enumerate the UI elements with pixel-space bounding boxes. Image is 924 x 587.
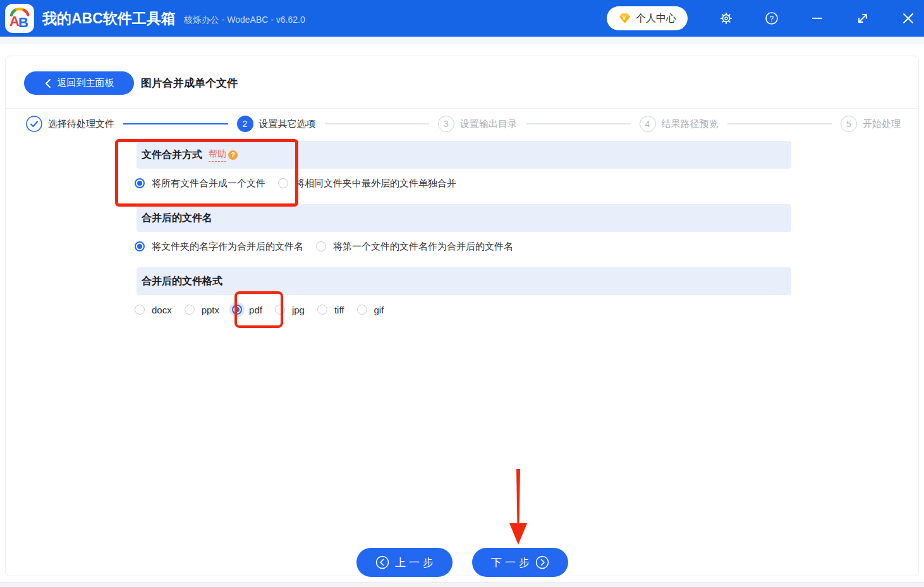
step-number-badge: 4 <box>640 116 656 132</box>
app-subtitle: 核烁办公 - WodeABC - v6.62.0 <box>184 15 305 26</box>
radio-merge-per-folder[interactable]: 将相同文件夹中最外层的文件单独合并 <box>278 178 456 190</box>
radio-label: 将第一个文件的文件名作为合并后的文件名 <box>333 241 513 253</box>
circle-arrow-right-icon <box>535 555 549 569</box>
radio-circle-icon <box>135 178 145 188</box>
titlebar: A B 我的ABC软件工具箱 核烁办公 - WodeABC - v6.62.0 … <box>0 0 924 37</box>
radio-label: docx <box>152 305 172 315</box>
section-file-format-header: 合并后的文件格式 <box>137 267 791 295</box>
step-label: 设置输出目录 <box>460 118 517 130</box>
step-label: 结果路径预览 <box>662 118 719 130</box>
header-divider <box>6 108 918 109</box>
page-title: 图片合并成单个文件 <box>141 76 238 90</box>
back-button-label: 返回到主面板 <box>58 77 114 89</box>
radio-circle-icon <box>357 305 367 315</box>
step-4-result-preview: 4 结果路径预览 <box>640 116 719 132</box>
svg-text:V: V <box>623 15 626 21</box>
step-2-options: 2 设置其它选项 <box>237 116 316 132</box>
settings-gear-icon[interactable] <box>719 11 733 25</box>
help-circle-icon[interactable]: ? <box>765 11 779 25</box>
prev-step-button[interactable]: 上一步 <box>356 548 453 577</box>
radio-circle-icon <box>135 305 145 315</box>
svg-text:B: B <box>18 15 28 30</box>
step-indicator: 选择待处理文件 2 设置其它选项 3 设置输出目录 4 结果路径预览 5 开始处… <box>26 116 901 132</box>
help-question-icon[interactable]: ? <box>228 150 238 160</box>
section-file-name-header: 合并后的文件名 <box>137 204 791 232</box>
radio-format-pdf[interactable]: pdf <box>232 305 262 315</box>
step-5-start: 5 开始处理 <box>841 116 901 132</box>
circle-arrow-left-icon <box>375 555 389 569</box>
radio-use-first-file-name[interactable]: 将第一个文件的文件名作为合并后的文件名 <box>316 241 513 253</box>
step-3-output-dir: 3 设置输出目录 <box>438 116 517 132</box>
radio-use-folder-name[interactable]: 将文件夹的名字作为合并后的文件名 <box>135 241 303 253</box>
file-name-options: 将文件夹的名字作为合并后的文件名 将第一个文件的文件名作为合并后的文件名 <box>135 239 513 253</box>
radio-label: tiff <box>334 305 344 315</box>
titlebar-controls: V 个人中心 ? <box>607 6 924 30</box>
user-center-label: 个人中心 <box>636 12 676 25</box>
next-step-label: 下一步 <box>491 555 533 570</box>
step-connector <box>526 123 631 124</box>
radio-label: pdf <box>249 305 262 315</box>
bottom-status-strip <box>0 582 924 587</box>
radio-circle-icon <box>232 305 242 315</box>
resize-icon[interactable] <box>856 11 870 25</box>
prev-step-label: 上一步 <box>395 555 437 570</box>
radio-circle-icon <box>275 305 285 315</box>
help-link[interactable]: 帮助 <box>209 148 226 162</box>
section-title: 合并后的文件格式 <box>142 275 222 288</box>
section-title: 合并后的文件名 <box>142 212 212 225</box>
close-icon[interactable] <box>901 11 915 25</box>
file-format-options: docx pptx pdf jpg tiff gif <box>135 303 384 317</box>
radio-format-jpg[interactable]: jpg <box>275 305 305 315</box>
section-title: 文件合并方式 <box>142 148 202 162</box>
radio-label: 将文件夹的名字作为合并后的文件名 <box>152 241 303 253</box>
abc-logo-icon: A B <box>8 6 32 30</box>
radio-merge-all-into-one[interactable]: 将所有文件合并成一个文件 <box>135 178 265 190</box>
section-merge-mode-header: 文件合并方式 帮助 ? <box>137 141 791 169</box>
main-panel: 返回到主面板 图片合并成单个文件 选择待处理文件 2 设置其它选项 3 设置输出… <box>5 56 919 576</box>
radio-format-docx[interactable]: docx <box>135 305 172 315</box>
radio-circle-icon <box>316 241 326 251</box>
radio-circle-icon <box>317 305 327 315</box>
radio-label: gif <box>374 305 384 315</box>
radio-format-gif[interactable]: gif <box>357 305 384 315</box>
step-number-badge: 3 <box>438 116 454 132</box>
radio-label: pptx <box>202 305 219 315</box>
radio-format-tiff[interactable]: tiff <box>317 305 344 315</box>
step-number-badge: 5 <box>841 116 857 132</box>
radio-label: jpg <box>292 305 305 315</box>
radio-label: 将相同文件夹中最外层的文件单独合并 <box>295 178 456 190</box>
step-connector <box>727 123 832 124</box>
step-label: 开始处理 <box>863 118 901 130</box>
app-logo: A B <box>5 4 34 33</box>
radio-format-pptx[interactable]: pptx <box>185 305 219 315</box>
radio-label: 将所有文件合并成一个文件 <box>152 178 265 190</box>
titlebar-shadow-strip <box>0 37 924 44</box>
app-title: 我的ABC软件工具箱 <box>42 9 176 28</box>
merge-mode-options: 将所有文件合并成一个文件 将相同文件夹中最外层的文件单独合并 <box>135 176 456 190</box>
radio-circle-icon <box>135 241 145 251</box>
step-connector <box>123 123 228 124</box>
minimize-icon[interactable] <box>810 11 824 25</box>
next-step-button[interactable]: 下一步 <box>472 548 568 577</box>
svg-text:?: ? <box>770 15 774 23</box>
vip-diamond-icon: V <box>618 12 631 25</box>
radio-circle-icon <box>185 305 195 315</box>
back-to-dashboard-button[interactable]: 返回到主面板 <box>24 71 134 95</box>
step-connector <box>325 123 430 124</box>
step-label: 选择待处理文件 <box>48 118 114 130</box>
step-label: 设置其它选项 <box>259 118 316 130</box>
user-center-button[interactable]: V 个人中心 <box>607 6 688 30</box>
chevron-left-icon <box>44 78 51 88</box>
radio-circle-icon <box>278 178 288 188</box>
step-done-check-icon <box>26 116 42 132</box>
step-1-select-files: 选择待处理文件 <box>26 116 114 132</box>
step-number-badge: 2 <box>237 116 253 132</box>
